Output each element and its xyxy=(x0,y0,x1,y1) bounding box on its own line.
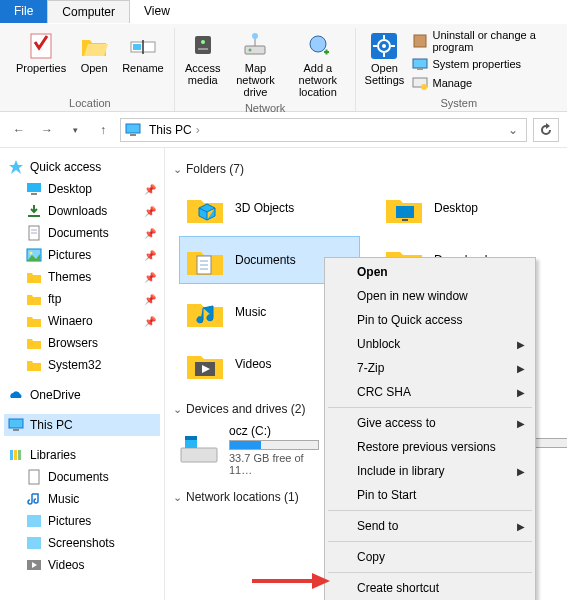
system-properties-icon xyxy=(412,56,428,72)
context-open-new-window[interactable]: Open in new window xyxy=(327,284,533,308)
back-button[interactable]: ← xyxy=(8,119,30,141)
context-give-access[interactable]: Give access to▶ xyxy=(327,411,533,435)
context-pin-quick-access[interactable]: Pin to Quick access xyxy=(327,308,533,332)
refresh-button[interactable] xyxy=(533,118,559,142)
recent-locations-button[interactable]: ▾ xyxy=(64,119,86,141)
tree-downloads[interactable]: Downloads📌 xyxy=(4,200,160,222)
tree-desktop[interactable]: Desktop📌 xyxy=(4,178,160,200)
folder-3d-objects[interactable]: 3D Objects xyxy=(179,184,360,232)
add-network-icon xyxy=(302,30,334,62)
svg-rect-2 xyxy=(133,44,141,50)
pin-icon: 📌 xyxy=(144,184,156,195)
svg-rect-19 xyxy=(413,59,427,68)
onedrive-heading[interactable]: OneDrive xyxy=(4,384,160,406)
rename-button[interactable]: Rename xyxy=(118,28,168,76)
uninstall-label: Uninstall or change a program xyxy=(432,29,551,53)
tree-browsers[interactable]: Browsers xyxy=(4,332,160,354)
context-pin-start[interactable]: Pin to Start xyxy=(327,483,533,507)
add-location-button[interactable]: Add a network location xyxy=(286,28,349,100)
open-button[interactable]: Open xyxy=(72,28,116,76)
svg-rect-24 xyxy=(130,134,136,136)
svg-rect-34 xyxy=(13,429,19,431)
tab-view[interactable]: View xyxy=(130,0,184,23)
up-button[interactable]: ↑ xyxy=(92,119,114,141)
tree-winaero[interactable]: Winaero📌 xyxy=(4,310,160,332)
ribbon-group-system-label: System xyxy=(440,95,477,111)
ribbon-group-location: Properties Open Rename Location xyxy=(6,28,175,111)
svg-rect-33 xyxy=(9,419,23,428)
context-send-to[interactable]: Send to▶ xyxy=(327,514,533,538)
quick-access-label: Quick access xyxy=(30,160,101,174)
svg-rect-18 xyxy=(414,35,426,47)
pin-icon: 📌 xyxy=(144,206,156,217)
folder-desktop[interactable]: Desktop xyxy=(378,184,559,232)
pc-icon xyxy=(8,417,24,433)
manage-button[interactable]: Manage xyxy=(408,74,555,92)
svg-rect-38 xyxy=(29,470,39,484)
context-open[interactable]: Open xyxy=(327,260,533,284)
lib-documents[interactable]: Documents xyxy=(4,466,160,488)
context-unblock[interactable]: Unblock▶ xyxy=(327,332,533,356)
tree-ftp[interactable]: ftp📌 xyxy=(4,288,160,310)
tab-computer[interactable]: Computer xyxy=(47,0,130,23)
context-7zip[interactable]: 7-Zip▶ xyxy=(327,356,533,380)
folder-icon xyxy=(26,269,42,285)
folder-icon xyxy=(26,357,42,373)
chevron-right-icon: ▶ xyxy=(517,466,525,477)
music-icon xyxy=(26,491,42,507)
settings-gear-icon xyxy=(368,30,400,62)
uninstall-button[interactable]: Uninstall or change a program xyxy=(408,28,555,54)
chevron-right-icon: ▶ xyxy=(517,418,525,429)
svg-rect-49 xyxy=(181,448,217,462)
onedrive-icon xyxy=(8,387,24,403)
ribbon-group-network-label: Network xyxy=(245,100,285,116)
forward-button[interactable]: → xyxy=(36,119,58,141)
lib-music[interactable]: Music xyxy=(4,488,160,510)
context-separator xyxy=(328,572,532,573)
breadcrumb-this-pc[interactable]: This PC xyxy=(145,123,204,137)
context-separator xyxy=(328,541,532,542)
downloads-icon xyxy=(26,203,42,219)
chevron-right-icon: ▶ xyxy=(517,521,525,532)
drive-c-free: 33.7 GB free of 11… xyxy=(229,452,319,476)
open-settings-button[interactable]: Open Settings xyxy=(362,28,406,92)
svg-rect-36 xyxy=(14,450,17,460)
drive-c-usage-bar xyxy=(229,440,319,450)
tab-file[interactable]: File xyxy=(0,0,47,23)
objects3d-icon xyxy=(185,190,225,226)
chevron-down-icon: ⌄ xyxy=(173,491,182,504)
lib-screenshots[interactable]: Screenshots xyxy=(4,532,160,554)
manage-icon xyxy=(412,75,428,91)
lib-pictures[interactable]: Pictures xyxy=(4,510,160,532)
svg-rect-7 xyxy=(245,46,265,54)
tree-themes[interactable]: Themes📌 xyxy=(4,266,160,288)
ribbon: Properties Open Rename Location xyxy=(0,24,567,112)
tree-system32[interactable]: System32 xyxy=(4,354,160,376)
context-copy[interactable]: Copy xyxy=(327,545,533,569)
address-bar[interactable]: This PC ⌄ xyxy=(120,118,527,142)
drive-c[interactable]: ocz (C:) 33.7 GB free of 11… xyxy=(179,424,319,476)
libraries-heading[interactable]: Libraries xyxy=(4,444,160,466)
svg-point-5 xyxy=(201,40,205,44)
tree-documents[interactable]: Documents📌 xyxy=(4,222,160,244)
context-create-shortcut[interactable]: Create shortcut xyxy=(327,576,533,600)
lib-videos[interactable]: Videos xyxy=(4,554,160,576)
context-restore-versions[interactable]: Restore previous versions xyxy=(327,435,533,459)
context-crc-sha[interactable]: CRC SHA▶ xyxy=(327,380,533,404)
pin-icon: 📌 xyxy=(144,316,156,327)
drive-c-name: ocz (C:) xyxy=(229,424,319,438)
map-drive-icon xyxy=(239,30,271,62)
context-include-library[interactable]: Include in library▶ xyxy=(327,459,533,483)
system-properties-button[interactable]: System properties xyxy=(408,55,555,73)
address-dropdown[interactable]: ⌄ xyxy=(504,123,522,137)
quick-access-heading[interactable]: Quick access xyxy=(4,156,160,178)
svg-rect-4 xyxy=(195,36,211,54)
this-pc-heading[interactable]: This PC xyxy=(4,414,160,436)
tree-pictures[interactable]: Pictures📌 xyxy=(4,244,160,266)
properties-button[interactable]: Properties xyxy=(12,28,70,76)
svg-rect-37 xyxy=(18,450,21,460)
pictures-icon xyxy=(26,247,42,263)
access-media-button[interactable]: Access media xyxy=(181,28,225,100)
map-drive-button[interactable]: Map network drive xyxy=(227,28,284,100)
section-folders[interactable]: ⌄Folders (7) xyxy=(173,162,559,176)
